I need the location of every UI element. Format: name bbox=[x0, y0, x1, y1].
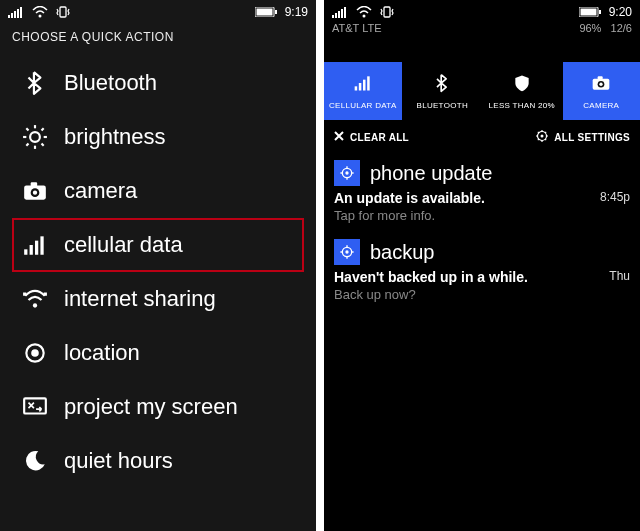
clock-text: 9:20 bbox=[609, 5, 632, 19]
svg-rect-41 bbox=[580, 9, 596, 16]
tile-label: CAMERA bbox=[583, 101, 619, 110]
quick-action-internet-sharing[interactable]: internet sharing bbox=[12, 272, 304, 326]
quick-action-label: internet sharing bbox=[64, 286, 216, 312]
notification-sub: Tap for more info. bbox=[334, 208, 485, 223]
tile-bluetooth[interactable]: BLUETOOTH bbox=[404, 62, 482, 120]
moon-icon bbox=[20, 448, 50, 474]
svg-line-18 bbox=[42, 128, 44, 130]
notification-backup[interactable]: backup Haven't backed up in a while. Bac… bbox=[324, 233, 640, 312]
status-bar: 9:19 bbox=[0, 0, 316, 22]
clock-text: 9:19 bbox=[285, 5, 308, 19]
quick-action-brightness[interactable]: brightness bbox=[12, 110, 304, 164]
quick-action-label: camera bbox=[64, 178, 137, 204]
battery-icon bbox=[579, 7, 601, 17]
svg-rect-24 bbox=[30, 245, 33, 255]
close-icon bbox=[334, 131, 344, 143]
tile-label: CELLULAR DATA bbox=[329, 101, 397, 110]
brightness-icon bbox=[20, 124, 50, 150]
svg-line-17 bbox=[26, 144, 28, 146]
quick-action-location[interactable]: location bbox=[12, 326, 304, 380]
signal-icon bbox=[8, 6, 24, 18]
svg-rect-32 bbox=[24, 398, 46, 413]
action-row: CLEAR ALL ALL SETTINGS bbox=[324, 120, 640, 154]
clear-all-button[interactable]: CLEAR ALL bbox=[334, 131, 409, 143]
wifi-share-icon bbox=[20, 286, 50, 312]
notification-main: Haven't backed up in a while. bbox=[334, 269, 528, 285]
tile-less-than-20%[interactable]: LESS THAN 20% bbox=[483, 62, 561, 120]
all-settings-button[interactable]: ALL SETTINGS bbox=[536, 130, 630, 144]
gear-icon bbox=[334, 160, 360, 186]
svg-rect-45 bbox=[363, 79, 366, 90]
tile-label: BLUETOOTH bbox=[417, 101, 468, 110]
clear-all-label: CLEAR ALL bbox=[350, 132, 409, 143]
quick-action-quiet-hours[interactable]: quiet hours bbox=[12, 434, 304, 488]
svg-rect-20 bbox=[31, 182, 38, 186]
svg-rect-4 bbox=[20, 7, 22, 18]
location-icon bbox=[20, 340, 50, 366]
svg-point-68 bbox=[345, 250, 348, 253]
left-screen: 9:19 CHOOSE A QUICK ACTION Bluetoothbrig… bbox=[0, 0, 316, 531]
wifi-icon bbox=[356, 6, 372, 18]
notification-time: Thu bbox=[609, 269, 630, 283]
page-title: CHOOSE A QUICK ACTION bbox=[0, 22, 316, 56]
svg-rect-0 bbox=[8, 15, 10, 18]
svg-rect-2 bbox=[14, 11, 16, 18]
quick-action-label: brightness bbox=[64, 124, 166, 150]
project-icon bbox=[20, 394, 50, 420]
svg-rect-26 bbox=[40, 236, 43, 254]
gear-icon bbox=[334, 239, 360, 265]
gear-icon bbox=[536, 130, 548, 144]
wifi-icon bbox=[32, 6, 48, 18]
tile-cellular-data[interactable]: CELLULAR DATA bbox=[324, 62, 402, 120]
notification-title: backup bbox=[370, 241, 435, 264]
camera-icon bbox=[20, 178, 50, 204]
svg-rect-6 bbox=[60, 7, 66, 17]
quick-action-list: Bluetoothbrightnesscameracellular datain… bbox=[0, 56, 316, 488]
tile-camera[interactable]: CAMERA bbox=[563, 62, 641, 120]
notification-sub: Back up now? bbox=[334, 287, 528, 302]
notification-list: phone update An update is available. Tap… bbox=[324, 154, 640, 312]
quick-action-tiles: CELLULAR DATABLUETOOTHLESS THAN 20%CAMER… bbox=[324, 62, 640, 120]
all-settings-label: ALL SETTINGS bbox=[554, 132, 630, 143]
signal-icon bbox=[20, 232, 50, 258]
svg-rect-39 bbox=[384, 7, 390, 17]
signal-icon bbox=[332, 6, 348, 18]
svg-rect-29 bbox=[44, 293, 47, 296]
notification-title: phone update bbox=[370, 162, 492, 185]
battery-icon bbox=[255, 7, 277, 17]
svg-rect-9 bbox=[275, 10, 277, 14]
tile-label: LESS THAN 20% bbox=[489, 101, 555, 110]
vibrate-icon bbox=[380, 6, 394, 18]
quick-action-label: quiet hours bbox=[64, 448, 173, 474]
quick-action-camera[interactable]: camera bbox=[12, 164, 304, 218]
notification-main: An update is available. bbox=[334, 190, 485, 206]
quick-action-label: Bluetooth bbox=[64, 70, 157, 96]
quick-action-label: cellular data bbox=[64, 232, 183, 258]
svg-point-62 bbox=[345, 171, 348, 174]
notification-phone-update[interactable]: phone update An update is available. Tap… bbox=[324, 154, 640, 233]
svg-rect-48 bbox=[598, 76, 603, 79]
svg-point-31 bbox=[31, 349, 39, 357]
bluetooth-icon bbox=[432, 73, 452, 97]
shield-icon bbox=[512, 73, 532, 97]
notification-time: 8:45p bbox=[600, 190, 630, 204]
svg-rect-46 bbox=[367, 76, 370, 90]
sub-status: AT&T LTE 96% 12/6 bbox=[324, 22, 640, 38]
svg-rect-23 bbox=[24, 249, 27, 254]
quick-action-cellular-data[interactable]: cellular data bbox=[12, 218, 304, 272]
svg-rect-36 bbox=[341, 9, 343, 18]
svg-point-22 bbox=[33, 190, 37, 194]
quick-action-label: project my screen bbox=[64, 394, 238, 420]
svg-rect-43 bbox=[354, 86, 357, 90]
camera-icon bbox=[591, 73, 611, 97]
quick-action-label: location bbox=[64, 340, 140, 366]
quick-action-Bluetooth[interactable]: Bluetooth bbox=[12, 56, 304, 110]
signal-icon bbox=[353, 73, 373, 97]
quick-action-project-my-screen[interactable]: project my screen bbox=[12, 380, 304, 434]
svg-rect-28 bbox=[23, 293, 26, 296]
svg-rect-33 bbox=[332, 15, 334, 18]
svg-point-27 bbox=[33, 303, 37, 307]
svg-rect-34 bbox=[335, 13, 337, 18]
svg-rect-25 bbox=[35, 241, 38, 255]
svg-point-38 bbox=[363, 15, 366, 18]
